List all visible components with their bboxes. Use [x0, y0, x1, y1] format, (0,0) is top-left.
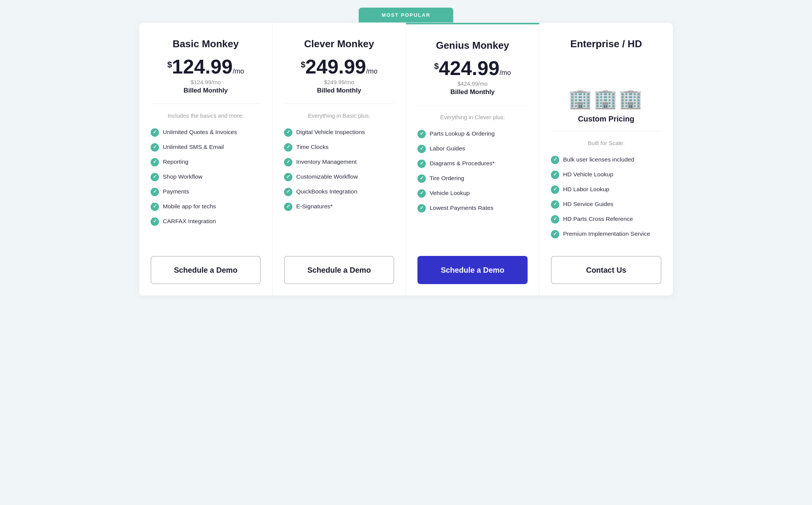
feature-text: Shop Workflow: [163, 173, 202, 181]
feature-text: Digital Vehicle Inspections: [296, 128, 365, 136]
feature-text: HD Vehicle Lookup: [563, 170, 613, 179]
plan-col-genius: Genius Monkey $424.99/mo $424.99/mo Bill…: [406, 23, 539, 296]
check-icon: [284, 188, 292, 196]
price-period: /mo: [233, 67, 244, 75]
feature-item: HD Service Guides: [551, 200, 661, 209]
check-icon: [151, 128, 159, 137]
plan-description-enterprise: Built for Scale:: [551, 139, 661, 148]
features-list-genius: Parts Lookup & Ordering Labor Guides Dia…: [417, 129, 528, 245]
custom-pricing-label: Custom Pricing: [551, 115, 661, 123]
feature-item: Parts Lookup & Ordering: [417, 129, 528, 138]
pricing-wrapper: MOST POPULAR Basic Monkey $124.99/mo $12…: [139, 8, 673, 296]
check-icon: [284, 158, 292, 166]
feature-item: Premium Implementation Service: [551, 230, 661, 238]
check-icon: [551, 156, 559, 164]
feature-item: Reporting: [151, 158, 261, 166]
features-list-enterprise: Bulk user licenses included HD Vehicle L…: [551, 155, 661, 245]
feature-text: Tire Ordering: [430, 174, 464, 182]
feature-item: Customizable Workflow: [284, 173, 394, 181]
check-icon: [284, 173, 292, 181]
plan-name-genius: Genius Monkey: [417, 40, 528, 51]
feature-item: Labor Guides: [417, 144, 528, 153]
feature-text: QuickBooks Integration: [296, 187, 357, 196]
check-icon: [151, 158, 159, 166]
cta-button-enterprise[interactable]: Contact Us: [551, 256, 661, 284]
billing-detail-clever: $249.99/mo: [284, 79, 394, 85]
cta-area-clever: Schedule a Demo: [284, 256, 394, 284]
feature-text: Unlimited Quotes & Invoices: [163, 128, 237, 136]
price-amount: 249.99: [305, 56, 366, 78]
billing-label-basic: Billed Monthly: [151, 87, 261, 94]
plan-price-genius: $424.99/mo: [417, 58, 528, 78]
cta-area-genius: Schedule a Demo: [417, 256, 528, 284]
check-icon: [417, 204, 426, 213]
check-icon: [151, 173, 159, 181]
check-icon: [551, 185, 559, 194]
check-icon: [551, 200, 559, 209]
cta-button-clever[interactable]: Schedule a Demo: [284, 256, 394, 284]
plan-name-enterprise: Enterprise / HD: [551, 38, 661, 50]
feature-item: Payments: [151, 187, 261, 196]
check-icon: [417, 189, 426, 198]
feature-text: Reporting: [163, 158, 188, 166]
check-icon: [151, 203, 159, 211]
feature-item: HD Parts Cross Reference: [551, 215, 661, 224]
feature-text: Mobile app for techs: [163, 202, 216, 211]
most-popular-banner: MOST POPULAR: [359, 8, 453, 22]
feature-text: Bulk user licenses included: [563, 155, 634, 164]
plan-price-clever: $249.99/mo: [284, 57, 394, 77]
feature-text: HD Parts Cross Reference: [563, 215, 633, 223]
features-list-basic: Unlimited Quotes & Invoices Unlimited SM…: [151, 128, 261, 245]
check-icon: [151, 217, 159, 226]
features-list-clever: Digital Vehicle Inspections Time Clocks …: [284, 128, 394, 245]
feature-item: Shop Workflow: [151, 173, 261, 181]
check-icon: [551, 230, 559, 238]
check-icon: [284, 143, 292, 152]
check-icon: [417, 160, 426, 168]
check-icon: [417, 174, 426, 183]
cta-button-basic[interactable]: Schedule a Demo: [151, 256, 261, 284]
price-dollar: $: [301, 60, 305, 70]
feature-text: Unlimited SMS & Email: [163, 143, 224, 151]
pricing-grid: Basic Monkey $124.99/mo $124.99/mo Bille…: [139, 23, 673, 296]
cta-area-basic: Schedule a Demo: [151, 256, 261, 284]
plan-col-basic: Basic Monkey $124.99/mo $124.99/mo Bille…: [139, 23, 273, 296]
billing-label-genius: Billed Monthly: [417, 88, 528, 96]
feature-text: Labor Guides: [430, 144, 465, 153]
billing-detail-genius: $424.99/mo: [417, 80, 528, 87]
check-icon: [417, 130, 426, 138]
feature-item: CARFAX Integration: [151, 217, 261, 226]
feature-text: HD Service Guides: [563, 200, 613, 208]
feature-text: Premium Implementation Service: [563, 230, 650, 238]
billing-detail-basic: $124.99/mo: [151, 79, 261, 85]
price-amount: 424.99: [439, 57, 499, 79]
feature-text: CARFAX Integration: [163, 217, 216, 225]
plan-col-enterprise: Enterprise / HD 🏢🏢🏢 Custom Pricing Built…: [539, 23, 673, 296]
feature-item: HD Vehicle Lookup: [551, 170, 661, 179]
feature-item: Inventory Management: [284, 158, 394, 166]
feature-text: Parts Lookup & Ordering: [430, 129, 495, 138]
feature-item: Lowest Payments Rates: [417, 204, 528, 213]
price-dollar: $: [434, 61, 439, 71]
plan-price-basic: $124.99/mo: [151, 57, 261, 77]
feature-item: Unlimited Quotes & Invoices: [151, 128, 261, 137]
billing-label-clever: Billed Monthly: [284, 87, 394, 94]
feature-text: Lowest Payments Rates: [430, 204, 493, 212]
price-dollar: $: [167, 60, 172, 70]
plan-description-genius: Everything in Clever plus:: [417, 113, 528, 122]
plan-description-basic: Includes the basics and more:: [151, 112, 261, 120]
feature-item: E-Signatures*: [284, 202, 394, 211]
cta-button-genius[interactable]: Schedule a Demo: [417, 256, 528, 284]
check-icon: [151, 188, 159, 196]
feature-item: Mobile app for techs: [151, 202, 261, 211]
price-period: /mo: [499, 69, 511, 77]
feature-item: Diagrams & Procedures*: [417, 159, 528, 168]
feature-item: Unlimited SMS & Email: [151, 143, 261, 152]
feature-text: Payments: [163, 187, 189, 196]
feature-item: Bulk user licenses included: [551, 155, 661, 164]
feature-text: Customizable Workflow: [296, 173, 358, 181]
check-icon: [551, 171, 559, 179]
plan-description-clever: Everything in Basic plus:: [284, 112, 394, 120]
plan-col-clever: Clever Monkey $249.99/mo $249.99/mo Bill…: [273, 23, 406, 296]
feature-item: Vehicle Lookup: [417, 189, 528, 198]
